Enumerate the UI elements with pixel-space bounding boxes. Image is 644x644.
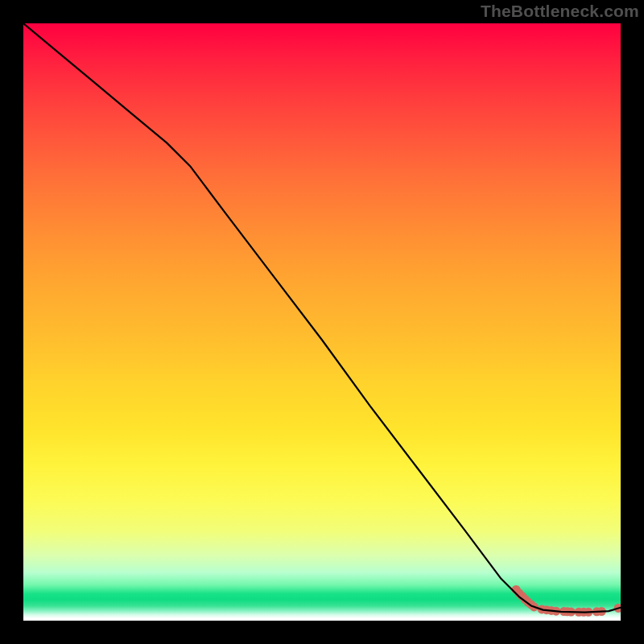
plot-frame	[23, 23, 621, 621]
watermark-text: TheBottleneck.com	[481, 2, 639, 21]
chart-stage: TheBottleneck.com	[0, 0, 644, 644]
gradient-background	[23, 23, 621, 621]
